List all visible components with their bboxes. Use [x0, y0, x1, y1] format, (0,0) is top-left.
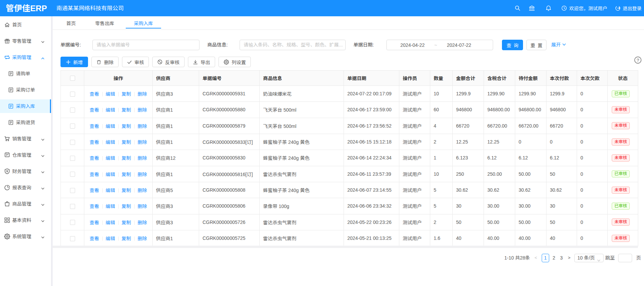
- svg-text:?: ?: [637, 58, 639, 63]
